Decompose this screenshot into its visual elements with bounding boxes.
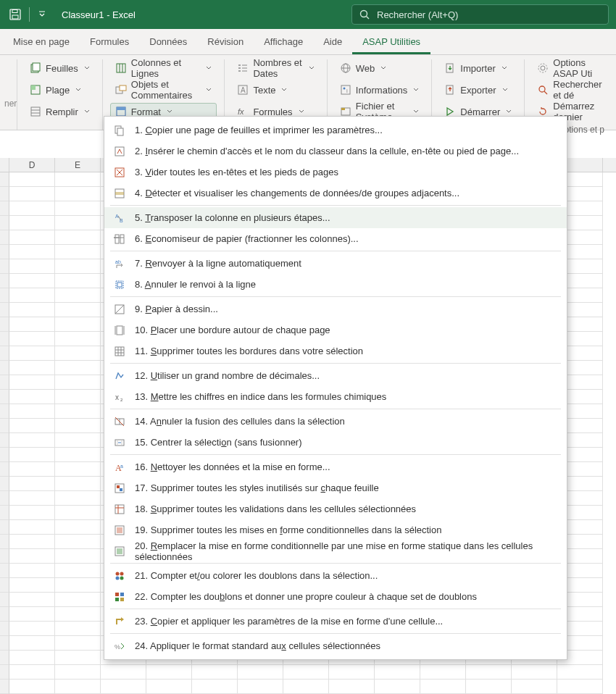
cell[interactable] xyxy=(9,317,55,332)
cell[interactable] xyxy=(420,665,466,680)
menu-item-10[interactable]: 10. Placer une bordure autour de chaque … xyxy=(104,319,567,340)
cell[interactable] xyxy=(101,680,146,694)
cell[interactable] xyxy=(9,245,55,259)
cell[interactable] xyxy=(55,332,101,346)
cell[interactable] xyxy=(9,477,55,491)
cell[interactable] xyxy=(9,665,55,680)
cell[interactable] xyxy=(55,375,101,390)
cell[interactable] xyxy=(55,607,101,622)
cell[interactable] xyxy=(9,346,55,361)
cell[interactable] xyxy=(283,665,329,680)
cell[interactable] xyxy=(55,578,101,593)
menu-item-7[interactable]: ab7. Renvoyer à la ligne automatiquement xyxy=(104,253,567,274)
tab-mise-en-page[interactable]: Mise en page xyxy=(3,30,80,54)
cell[interactable] xyxy=(55,680,101,694)
cell[interactable] xyxy=(146,680,192,694)
menu-item-12[interactable]: 12. Utiliser un grand nombre de décimale… xyxy=(104,365,567,386)
save-icon[interactable] xyxy=(9,8,22,21)
cell[interactable] xyxy=(55,317,101,332)
menu-item-20[interactable]: 20. Remplacer la mise en forme condition… xyxy=(104,540,567,561)
cell[interactable] xyxy=(55,477,101,491)
cell[interactable] xyxy=(420,680,466,694)
tab-asap-utilities[interactable]: ASAP Utilities xyxy=(352,30,430,54)
cell[interactable] xyxy=(55,520,101,535)
cell[interactable] xyxy=(9,332,55,346)
cell[interactable] xyxy=(55,636,101,651)
cell[interactable] xyxy=(238,680,283,694)
tab-affichage[interactable]: Affichage xyxy=(254,30,313,54)
cell[interactable] xyxy=(375,680,420,694)
cell[interactable] xyxy=(55,187,101,201)
web-button[interactable]: Web xyxy=(335,59,425,77)
menu-item-6[interactable]: 6. Economiseur de papier (fractionner le… xyxy=(104,228,567,249)
cell[interactable] xyxy=(9,187,55,201)
menu-item-17[interactable]: 17. Supprimer toutes les styles inutilis… xyxy=(104,477,567,498)
cell[interactable] xyxy=(55,404,101,419)
cell[interactable] xyxy=(375,665,420,680)
cell[interactable] xyxy=(55,259,101,274)
cell[interactable] xyxy=(55,288,101,303)
cell[interactable] xyxy=(192,665,238,680)
nombres-button[interactable]: Nombres et Dates xyxy=(232,59,319,77)
cell[interactable] xyxy=(9,549,55,564)
cell[interactable] xyxy=(9,375,55,390)
cell[interactable] xyxy=(512,665,557,680)
menu-item-24[interactable]: %24. Appliquer le format standard aux ce… xyxy=(104,635,567,656)
column-header[interactable]: D xyxy=(9,158,55,172)
qat-customize-icon[interactable] xyxy=(36,8,49,21)
menu-item-14[interactable]: 14. Annuler la fusion des cellules dans … xyxy=(104,411,567,432)
menu-item-23[interactable]: 23. Copier et appliquer les paramètres d… xyxy=(104,611,567,632)
feuilles-button[interactable]: Feuilles xyxy=(25,59,95,77)
cell[interactable] xyxy=(55,245,101,259)
cell[interactable] xyxy=(9,419,55,433)
cell[interactable] xyxy=(9,622,55,636)
cell[interactable] xyxy=(557,665,603,680)
cell[interactable] xyxy=(55,303,101,317)
cell[interactable] xyxy=(512,680,557,694)
cell[interactable] xyxy=(55,390,101,404)
cell[interactable] xyxy=(238,665,283,680)
cell[interactable] xyxy=(55,419,101,433)
cell[interactable] xyxy=(9,506,55,520)
search-box[interactable]: Rechercher (Alt+Q) xyxy=(351,4,609,25)
menu-item-18[interactable]: 18. Supprimer toutes les validations dan… xyxy=(104,498,567,519)
cell[interactable] xyxy=(55,462,101,477)
cell[interactable] xyxy=(55,549,101,564)
importer-button[interactable]: Importer xyxy=(439,59,517,77)
cell[interactable] xyxy=(557,680,603,694)
menu-item-8[interactable]: 8. Annuler le renvoi à la ligne xyxy=(104,274,567,295)
cell[interactable] xyxy=(9,448,55,462)
texte-button[interactable]: A Texte xyxy=(232,81,319,99)
cell[interactable] xyxy=(9,578,55,593)
cell[interactable] xyxy=(55,201,101,216)
cell[interactable] xyxy=(9,651,55,665)
cell[interactable] xyxy=(55,535,101,549)
cell[interactable] xyxy=(146,665,192,680)
cell[interactable] xyxy=(9,520,55,535)
cell[interactable] xyxy=(9,607,55,622)
cell[interactable] xyxy=(55,491,101,506)
objets-button[interactable]: Objets et Commentaires xyxy=(110,81,217,99)
cell[interactable] xyxy=(55,361,101,375)
cell[interactable] xyxy=(9,172,55,187)
cell[interactable] xyxy=(9,636,55,651)
menu-item-19[interactable]: 19. Supprimer toutes les mises en forme … xyxy=(104,519,567,540)
plage-button[interactable]: Plage xyxy=(25,81,95,99)
options-button[interactable]: Options ASAP Uti xyxy=(532,59,609,77)
menu-item-5[interactable]: AB5. Transposer la colonne en plusieurs … xyxy=(104,207,567,228)
tab-données[interactable]: Données xyxy=(139,30,197,54)
menu-item-21[interactable]: 21. Compter et/ou colorer les doublons d… xyxy=(104,565,567,586)
cell[interactable] xyxy=(9,390,55,404)
column-header[interactable]: E xyxy=(55,158,101,172)
cell[interactable] xyxy=(55,665,101,680)
rechercher-button[interactable]: Rechercher et dé xyxy=(532,81,609,99)
cell[interactable] xyxy=(9,491,55,506)
cell[interactable] xyxy=(9,361,55,375)
cell[interactable] xyxy=(192,680,238,694)
cell[interactable] xyxy=(9,535,55,549)
cell[interactable] xyxy=(283,680,329,694)
cell[interactable] xyxy=(9,433,55,448)
menu-item-4[interactable]: 4. Détecter et visualiser les changement… xyxy=(104,183,567,204)
cell[interactable] xyxy=(55,230,101,245)
cell[interactable] xyxy=(55,622,101,636)
